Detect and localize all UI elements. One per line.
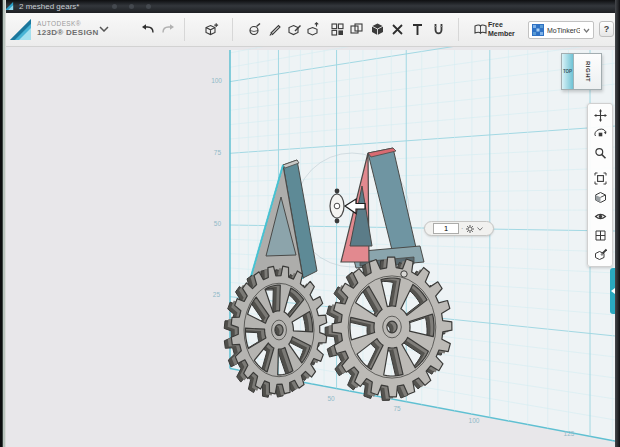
main-menu-dropdown-button[interactable] — [94, 19, 114, 39]
left-gear[interactable] — [224, 266, 327, 397]
v-axis-label: 50 — [214, 220, 222, 227]
h-axis-label: 75 — [393, 405, 401, 412]
tool-transform-button[interactable] — [201, 19, 221, 39]
v-axis-label: 100 — [211, 77, 222, 84]
pattern-icon — [330, 22, 345, 37]
pivot-hole — [401, 271, 407, 277]
tool-combine-button[interactable] — [367, 19, 387, 39]
text-icon — [410, 22, 425, 37]
redo-button[interactable] — [157, 19, 177, 39]
scene-3d: 1007550255075100125 — [0, 47, 620, 447]
help-button[interactable]: ? — [599, 21, 614, 37]
shading-mode-button[interactable] — [588, 188, 612, 207]
sketch-icon — [267, 22, 282, 37]
gear-settings-icon[interactable] — [465, 224, 475, 234]
primitives-icon — [247, 22, 262, 37]
snap-magnet-icon — [431, 22, 446, 37]
app-icon — [5, 2, 14, 11]
tool-primitives-button[interactable] — [244, 19, 264, 39]
modify-icon — [306, 22, 321, 37]
toolbar-separator — [232, 18, 233, 41]
app-window: 2 meshed gears* AUTODESK® 123D® DESIGN — [0, 0, 620, 447]
avatar — [532, 24, 544, 36]
view-cube-right-face[interactable]: RIGHT — [574, 54, 601, 89]
grid-settings-button[interactable] — [588, 226, 612, 245]
tool-snap-button[interactable] — [428, 19, 448, 39]
delete-x-icon — [390, 22, 405, 37]
chevron-down-icon — [583, 28, 590, 33]
view-cube-top-face[interactable]: TOP — [562, 54, 574, 89]
undo-icon — [141, 22, 156, 37]
brand-text: AUTODESK® 123D® DESIGN — [37, 19, 99, 37]
combine-icon — [370, 22, 385, 37]
toolbar-separator — [184, 18, 185, 41]
grouping-icon — [349, 22, 364, 37]
library-book-icon — [473, 22, 488, 37]
v-axis-label: 75 — [214, 149, 222, 156]
redo-icon — [160, 22, 175, 37]
visibility-button[interactable] — [588, 207, 612, 226]
undo-button[interactable] — [138, 19, 158, 39]
account-username: MoTinkerGN — [547, 27, 580, 34]
transform-value-pill: · — [424, 221, 494, 236]
window-border-right — [615, 0, 620, 447]
pan-button[interactable] — [588, 106, 612, 125]
window-border-left — [0, 0, 6, 447]
orbit-button[interactable] — [588, 125, 612, 144]
magnifier-icon — [594, 147, 607, 160]
toolbar-separator — [458, 18, 459, 41]
app-logo-123d — [8, 16, 34, 43]
dot-separator: · — [461, 225, 463, 232]
titlebar-dots — [112, 4, 151, 9]
membership-line1: Free — [488, 20, 528, 29]
navigation-toolbar — [587, 103, 613, 267]
main-toolbar: AUTODESK® 123D® DESIGN — [0, 13, 620, 47]
eye-icon — [594, 210, 607, 223]
v-axis-label: 25 — [213, 291, 221, 298]
viewport-canvas[interactable]: 1007550255075100125 · TOP RIGHT — [0, 47, 620, 447]
view-cube-top-label: TOP — [563, 69, 572, 74]
view-cube[interactable]: TOP RIGHT — [561, 53, 602, 90]
view-cube-right-label: RIGHT — [585, 61, 591, 82]
window-title: 2 meshed gears* — [19, 2, 79, 11]
tool-sketch-button[interactable] — [264, 19, 284, 39]
tool-construct-button[interactable] — [284, 19, 304, 39]
orbit-icon — [594, 128, 607, 141]
construct-icon — [287, 22, 302, 37]
h-axis-label: 100 — [469, 417, 480, 424]
tool-grouping-button[interactable] — [346, 19, 366, 39]
material-button[interactable] — [588, 245, 612, 264]
window-titlebar[interactable]: 2 meshed gears* — [0, 0, 620, 13]
h-axis-label: 125 — [564, 430, 575, 437]
tool-pattern-button[interactable] — [327, 19, 347, 39]
library-button[interactable] — [470, 19, 490, 39]
tool-delete-button[interactable] — [387, 19, 407, 39]
fit-icon — [594, 172, 607, 185]
chevron-down-icon — [99, 26, 109, 32]
h-axis-label: 50 — [327, 395, 335, 402]
account-dropdown[interactable]: MoTinkerGN — [528, 21, 594, 39]
pan-icon — [594, 109, 607, 122]
tool-modify-button[interactable] — [303, 19, 323, 39]
zoom-button[interactable] — [588, 144, 612, 163]
fit-view-button[interactable] — [588, 169, 612, 188]
brand-123d-design: 123D® DESIGN — [37, 28, 99, 37]
grid-icon — [594, 229, 607, 242]
rotation-angle-input[interactable] — [433, 223, 459, 234]
brand-autodesk: AUTODESK® — [37, 19, 99, 28]
transform-icon — [204, 22, 219, 37]
membership-status: Free Member — [488, 20, 528, 38]
shaded-cube-icon — [594, 191, 607, 204]
tool-text-button[interactable] — [407, 19, 427, 39]
chevron-down-icon[interactable] — [477, 227, 483, 231]
membership-line2: Member — [488, 29, 528, 38]
material-brush-icon — [594, 248, 607, 261]
